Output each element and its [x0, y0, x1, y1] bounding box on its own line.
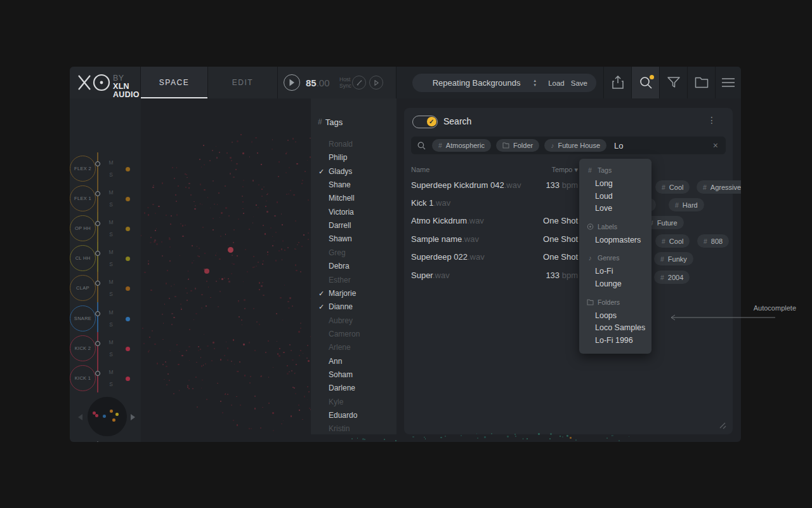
tag-list-item-darlene[interactable]: Darlene: [311, 382, 396, 395]
load-button[interactable]: Load: [548, 79, 565, 87]
solo-button[interactable]: S: [108, 231, 114, 237]
tag-list-item-eduardo[interactable]: Eduardo: [311, 409, 396, 422]
channel-fader-track[interactable]: [97, 182, 98, 213]
search-button[interactable]: [632, 67, 660, 98]
tag-list-item-debra[interactable]: Debra: [311, 260, 396, 273]
autocomplete-item-lo-fi-1996[interactable]: Lo-Fi 1996: [579, 335, 652, 347]
play-button[interactable]: [284, 74, 300, 91]
tag-list-item-philip[interactable]: Philip: [311, 151, 396, 164]
search-input[interactable]: #AtmosphericFolder♪Future House Lo ×: [411, 137, 726, 154]
solo-button[interactable]: S: [108, 321, 114, 328]
channel-fader-knob[interactable]: [95, 371, 100, 376]
result-tag-chip-hard[interactable]: #Hard: [669, 198, 704, 211]
menu-button[interactable]: [716, 67, 741, 98]
result-tag-chip-808[interactable]: #808: [697, 234, 729, 248]
tag-list-item-dianne[interactable]: ✓Dianne: [311, 300, 396, 314]
selected-sample-dot[interactable]: [204, 269, 209, 274]
channel-fader-track[interactable]: [97, 242, 98, 272]
result-row[interactable]: Sample name.wavOne Shot#Cool#808: [404, 234, 733, 248]
channel-fader-track[interactable]: [97, 272, 98, 302]
channel-fader-knob[interactable]: [95, 221, 100, 226]
autocomplete-item-love[interactable]: Love: [579, 203, 652, 215]
mute-button[interactable]: M: [108, 249, 114, 255]
tag-list-item-marjorie[interactable]: ✓Marjorie: [311, 287, 396, 300]
mute-button[interactable]: M: [108, 369, 114, 375]
tag-list-item-mitchell[interactable]: Mitchell: [311, 192, 396, 205]
autocomplete-item-long[interactable]: Long: [579, 178, 652, 190]
autocomplete-item-loud[interactable]: Loud: [579, 190, 652, 203]
result-tag-chip-funky[interactable]: #Funky: [654, 252, 693, 265]
result-row[interactable]: Superdeep Kickdrum 042.wav133 bpm#Cool#A…: [404, 180, 733, 194]
minimap-next-arrow[interactable]: [131, 414, 135, 420]
tag-list-item-shawn[interactable]: Shawn: [311, 232, 396, 246]
filter-chip-future-house[interactable]: ♪Future House: [544, 139, 606, 152]
spinner-up-icon[interactable]: ▲: [533, 79, 537, 83]
result-tag-chip-2004[interactable]: #2004: [654, 271, 690, 284]
tag-list-item-kyle[interactable]: Kyle: [311, 396, 396, 409]
export-button[interactable]: [604, 67, 632, 98]
channel-fader-knob[interactable]: [95, 191, 100, 196]
channel-fader-knob[interactable]: [95, 341, 100, 346]
solo-button[interactable]: S: [108, 261, 114, 267]
channel-fader-knob[interactable]: [95, 311, 100, 316]
channel-fader-knob[interactable]: [95, 251, 100, 256]
channel-fader-track[interactable]: [97, 362, 98, 392]
tag-list-item-shane[interactable]: Shane: [311, 178, 396, 192]
tag-list-item-soham[interactable]: Soham: [311, 368, 396, 382]
preview-play-button[interactable]: [369, 76, 383, 90]
tag-list-item-darrell[interactable]: Darrell: [311, 219, 396, 232]
solo-button[interactable]: S: [108, 291, 114, 297]
tag-list-item-esther[interactable]: Esther: [311, 274, 396, 287]
autocomplete-item-loopmasters[interactable]: Loopmasters: [579, 234, 652, 247]
preset-spinner[interactable]: ▲ ▼: [533, 79, 537, 88]
host-sync-toggle[interactable]: HostSync: [339, 76, 351, 89]
tab-space[interactable]: SPACE: [141, 67, 208, 98]
panel-menu-button[interactable]: ⋮: [707, 115, 716, 125]
panel-resize-handle[interactable]: [717, 420, 728, 431]
minimap-prev-arrow[interactable]: [78, 414, 82, 420]
spinner-down-icon[interactable]: ▼: [533, 83, 537, 88]
mute-button[interactable]: M: [108, 279, 114, 285]
result-row[interactable]: Superdeep 022.wavOne Shot#Funky: [404, 252, 733, 265]
tag-list-item-greg[interactable]: Greg: [311, 246, 396, 260]
save-button[interactable]: Save: [571, 79, 587, 87]
channel-fader-knob[interactable]: [95, 161, 100, 166]
space-minimap[interactable]: [88, 397, 127, 436]
tag-list-item-arlene[interactable]: Arlene: [311, 341, 396, 354]
autocomplete-item-loco-samples[interactable]: Loco Samples: [579, 322, 652, 335]
bpm-display[interactable]: 85.00: [306, 77, 330, 88]
mute-button[interactable]: M: [108, 309, 114, 316]
solo-button[interactable]: S: [108, 381, 114, 387]
channel-fader-track[interactable]: [97, 212, 98, 243]
solo-button[interactable]: S: [108, 201, 114, 208]
mute-button[interactable]: M: [108, 189, 114, 196]
filter-chip-folder[interactable]: Folder: [496, 139, 539, 152]
preset-selector[interactable]: Repeating Backgrounds ▲ ▼ Load Save: [412, 74, 596, 92]
tag-list-item-ronald[interactable]: Ronald: [311, 138, 396, 151]
channel-fader-track[interactable]: [97, 152, 98, 183]
autocomplete-item-lounge[interactable]: Lounge: [579, 278, 652, 291]
result-tag-chip-cool[interactable]: #Cool: [655, 180, 690, 194]
tag-list-item-cameron[interactable]: Cameron: [311, 328, 396, 341]
tag-list-item-ann[interactable]: Ann: [311, 355, 396, 368]
column-header-name[interactable]: Name: [411, 166, 429, 173]
clear-search-button[interactable]: ×: [713, 140, 718, 150]
result-row[interactable]: Kick 1.wav#Swag#Hard: [404, 198, 733, 211]
tag-list-item-gladys[interactable]: ✓Gladys: [311, 165, 396, 178]
browser-button[interactable]: [688, 67, 716, 98]
result-row[interactable]: Atmo Kickdrum.wavOne Shot#Future: [404, 216, 733, 229]
result-row[interactable]: Super.wav133 bpm#2004: [404, 271, 733, 284]
autocomplete-item-lo-fi[interactable]: Lo-Fi: [579, 265, 652, 278]
tap-tempo-button[interactable]: [352, 76, 366, 90]
channel-fader-knob[interactable]: [95, 281, 100, 286]
tag-list-item-aubrey[interactable]: Aubrey: [311, 314, 396, 328]
column-header-tempo[interactable]: Tempo ▾: [514, 166, 578, 174]
channel-fader-track[interactable]: [97, 332, 98, 363]
solo-button[interactable]: S: [108, 351, 114, 358]
solo-button[interactable]: S: [108, 171, 114, 178]
filter-chip-atmospheric[interactable]: #Atmospheric: [432, 139, 491, 152]
mute-button[interactable]: M: [108, 159, 114, 166]
mute-button[interactable]: M: [108, 339, 114, 345]
tag-list-item-victoria[interactable]: Victoria: [311, 206, 396, 219]
mute-button[interactable]: M: [108, 219, 114, 225]
